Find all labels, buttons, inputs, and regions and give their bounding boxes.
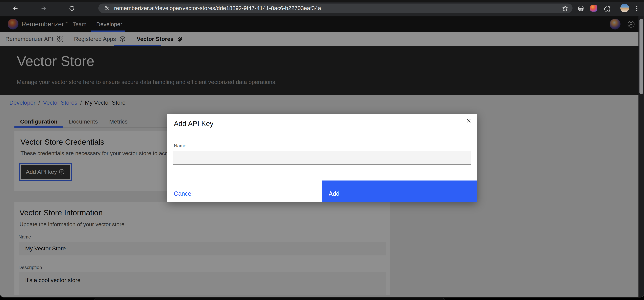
back-icon[interactable]: [12, 5, 19, 12]
url-text: rememberizer.ai/developer/vector-stores/…: [114, 5, 321, 11]
close-icon: [466, 118, 472, 123]
browser-top-strip: [0, 0, 644, 2]
modal-title: Add API Key: [174, 120, 214, 128]
toolbar-divider: [615, 4, 615, 12]
browser-profile-avatar[interactable]: [620, 4, 629, 12]
modal-name-label: Name: [174, 143, 186, 148]
browser-window: rememberizer.ai/developer/vector-stores/…: [0, 0, 644, 297]
dock-hint: [94, 298, 445, 300]
close-button[interactable]: [464, 116, 474, 125]
add-api-key-modal: Add API Key Name Cancel Add: [167, 114, 477, 202]
tune-icon[interactable]: [103, 5, 110, 11]
extension-avatar-icon[interactable]: [590, 5, 597, 11]
bookmark-star-icon[interactable]: [562, 5, 569, 12]
scrollbar-thumb[interactable]: [640, 19, 643, 94]
desktop-screen: rememberizer.ai/developer/vector-stores/…: [0, 0, 644, 300]
tab-groups-icon[interactable]: [577, 5, 584, 12]
modal-footer: Cancel Add: [167, 181, 477, 202]
page-scrollbar[interactable]: [638, 16, 644, 297]
browser-toolbar: rememberizer.ai/developer/vector-stores/…: [0, 0, 644, 16]
kebab-icon[interactable]: [634, 5, 639, 12]
forward-icon[interactable]: [40, 5, 47, 12]
url-bar[interactable]: rememberizer.ai/developer/vector-stores/…: [98, 3, 572, 13]
puzzle-icon[interactable]: [603, 5, 610, 12]
modal-name-input[interactable]: [173, 151, 471, 165]
reload-icon[interactable]: [68, 5, 76, 12]
add-button[interactable]: Add: [322, 181, 477, 202]
cancel-button[interactable]: Cancel: [167, 181, 322, 202]
